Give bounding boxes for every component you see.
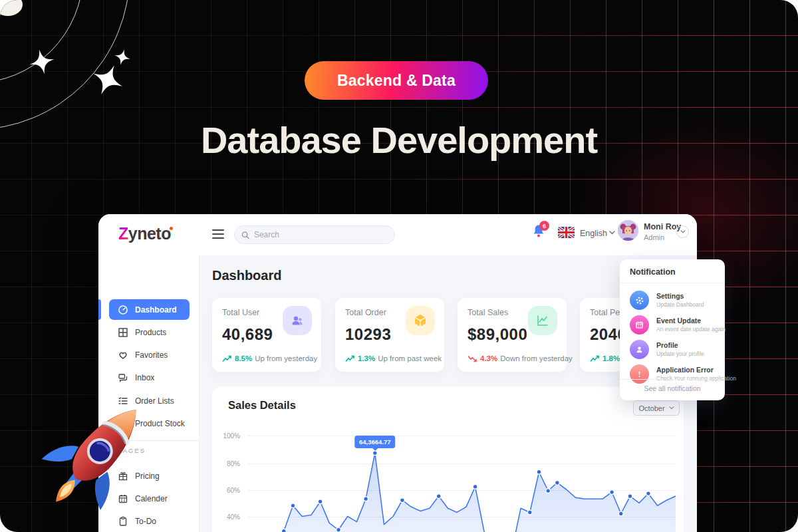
calendar-icon <box>630 315 649 334</box>
dashboard-window: Zyneto 6 <box>98 214 697 532</box>
sidebar-item-order-lists[interactable]: Order Lists <box>109 390 190 411</box>
trend-up-icon <box>222 355 232 362</box>
person-icon <box>630 340 649 359</box>
chart-icon <box>528 306 557 335</box>
sidebar-item-favorites[interactable]: Favorites <box>109 344 190 365</box>
clipboard-icon <box>118 516 128 527</box>
sidebar-item-todo[interactable]: To-Do <box>109 511 190 531</box>
gear-icon <box>630 291 649 310</box>
search-icon <box>241 231 249 239</box>
sidebar-item-dashboard[interactable]: Dashboard <box>109 299 190 320</box>
logo-dot <box>170 227 173 230</box>
y-tick: 60% <box>217 487 240 494</box>
notification-item-profile[interactable]: Profile Update your profile <box>630 340 718 361</box>
sidebar-item-label: Favorites <box>135 350 168 360</box>
sidebar-item-product-stock[interactable]: Product Stock <box>109 413 190 434</box>
hero-badge: Backend & Data <box>305 61 488 100</box>
stat-value: $89,000 <box>467 325 527 344</box>
trend-down-icon <box>467 355 477 362</box>
y-tick: 80% <box>217 460 240 467</box>
stat-label: Total Sales <box>467 308 508 317</box>
stat-card-total-order: Total Order 10293 1.3% Up from past week <box>335 298 444 372</box>
y-tick: 40% <box>217 513 240 521</box>
sales-details-title: Sales Details <box>228 399 296 412</box>
sidebar-item-calender[interactable]: Calender <box>109 488 190 509</box>
users-icon <box>283 306 312 335</box>
stat-card-total-user: Total User 40,689 8.5% <box>212 298 321 372</box>
notification-bell-icon[interactable]: 6 <box>532 224 548 241</box>
trend-up-icon <box>345 355 355 362</box>
gift-icon <box>118 471 128 481</box>
sales-details-card: Sales Details October 100% 80% 60% 40% <box>212 387 684 532</box>
sidebar-item-label: Dashboard <box>135 305 177 315</box>
notification-title: Notification <box>630 267 676 277</box>
logo: Zyneto <box>118 224 171 243</box>
alert-icon <box>630 364 649 384</box>
notification-item-application-error[interactable]: Application Error Check Your runnung app… <box>630 364 718 386</box>
calendar-icon <box>118 493 128 504</box>
chevron-down-icon <box>669 406 674 410</box>
stat-value: 40,689 <box>222 325 273 344</box>
decor-arcs <box>0 0 226 200</box>
user-menu-chevron[interactable] <box>676 225 689 238</box>
see-all-notification-link[interactable]: See all notification <box>620 384 725 392</box>
stat-trend: 8.5% Up from yesterday <box>222 354 317 362</box>
sidebar-item-label: Order Lists <box>135 396 174 406</box>
notification-panel: Notification Settings Update Dashboard E… <box>620 259 725 400</box>
list-icon <box>118 396 128 406</box>
sidebar-item-label: Calender <box>135 494 168 503</box>
sidebar-item-inbox[interactable]: Inbox <box>109 367 190 388</box>
search-bar[interactable] <box>234 225 395 244</box>
stock-icon <box>118 418 128 429</box>
divider <box>620 379 725 380</box>
stat-trend: 4.3% Down from yesterday <box>467 354 573 362</box>
sidebar-item-label: Product Stock <box>135 419 185 428</box>
star-icon <box>114 49 130 65</box>
stat-label: Total Order <box>345 308 386 317</box>
chevron-down-icon[interactable] <box>609 231 615 235</box>
user-name: Moni Roy <box>644 222 681 231</box>
avatar[interactable] <box>618 220 638 241</box>
uk-flag-icon[interactable] <box>558 227 575 238</box>
grid-icon <box>118 327 128 338</box>
y-tick: 100% <box>217 432 240 440</box>
cube-icon <box>406 306 435 335</box>
sidebar-item-label: Inbox <box>135 373 154 382</box>
notification-count-badge: 6 <box>539 221 549 231</box>
star-icon <box>92 64 124 96</box>
divider <box>620 283 725 283</box>
search-input[interactable] <box>254 230 388 239</box>
sales-chart <box>247 426 676 532</box>
stat-card-total-sales: Total Sales $89,000 4.3% Down from y <box>458 298 567 372</box>
language-selector[interactable]: English <box>580 229 607 238</box>
trend-up-icon <box>590 355 600 362</box>
sidebar-item-pricing[interactable]: Pricing <box>109 466 190 486</box>
poster-canvas: Backend & Data Database Development Zyne… <box>0 0 798 532</box>
sidebar-item-label: Products <box>135 328 166 337</box>
menu-icon[interactable] <box>212 229 224 239</box>
sidebar-item-label: To-Do <box>135 517 156 526</box>
chart-tooltip: 64,3664.77 <box>354 436 396 448</box>
sidebar-item-label: Pricing <box>135 471 160 481</box>
star-icon <box>29 49 55 74</box>
stat-trend: 1.3% Up from past week <box>345 354 442 362</box>
period-dropdown[interactable]: October <box>633 400 680 416</box>
hero-title: Database Development <box>0 118 798 162</box>
sidebar-item-products[interactable]: Products <box>109 322 190 342</box>
heart-icon <box>118 350 128 360</box>
topbar: Zyneto 6 <box>98 214 697 255</box>
active-indicator <box>98 299 101 320</box>
stat-value: 10293 <box>345 325 391 344</box>
notification-item-settings[interactable]: Settings Update Dashboard <box>630 291 718 312</box>
sidebar-section-label: PAGES <box>118 447 146 454</box>
sidebar-divider <box>98 440 200 441</box>
user-role: Admin <box>644 233 664 241</box>
stat-label: Total User <box>222 308 259 317</box>
speedometer-icon <box>118 305 128 315</box>
page-title: Dashboard <box>212 268 281 283</box>
sidebar: Dashboard Products Favorites <box>98 255 200 532</box>
notification-item-event-update[interactable]: Event Update An event date update again <box>630 315 718 336</box>
chat-icon <box>118 372 128 383</box>
